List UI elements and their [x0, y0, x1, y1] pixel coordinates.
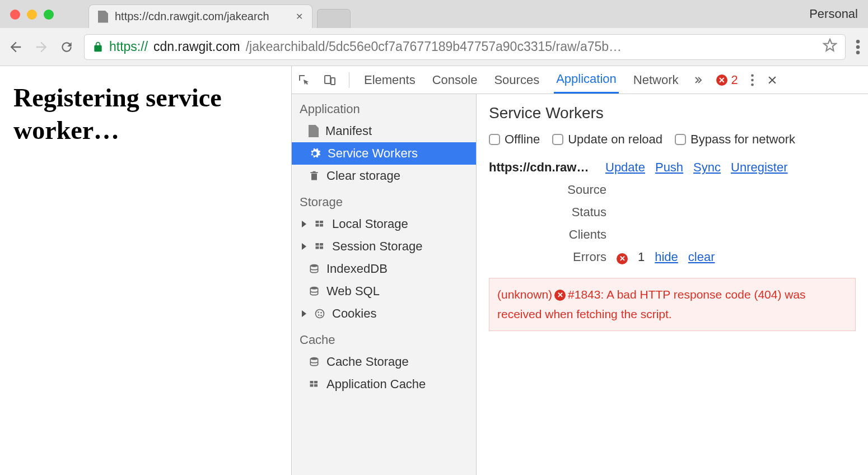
- profile-label[interactable]: Personal: [809, 7, 858, 21]
- table-icon: [314, 241, 325, 252]
- trash-icon: [309, 170, 320, 182]
- update-on-reload-checkbox[interactable]: Update on reload: [552, 132, 662, 147]
- page-icon: [98, 11, 108, 23]
- svg-point-22: [320, 315, 322, 316]
- sw-error-count: 1: [638, 250, 645, 264]
- page-heading: Registering service worker…: [13, 82, 278, 146]
- svg-point-18: [316, 310, 324, 318]
- tab-sources[interactable]: Sources: [492, 66, 542, 94]
- svg-rect-27: [314, 384, 318, 387]
- tab-close-icon[interactable]: ✕: [296, 11, 303, 22]
- svg-rect-10: [316, 224, 319, 227]
- window-close-icon[interactable]: [10, 10, 20, 20]
- sw-source-label: Source: [489, 183, 606, 197]
- tab-title: https://cdn.rawgit.com/jakearch: [115, 10, 269, 23]
- svg-point-5: [751, 74, 754, 77]
- reload-button[interactable]: [59, 40, 74, 54]
- sw-update-link[interactable]: Update: [605, 160, 645, 175]
- sidebar-item-session-storage[interactable]: Session Storage: [292, 235, 476, 258]
- sidebar-item-websql[interactable]: Web SQL: [292, 280, 476, 302]
- inspect-element-icon[interactable]: [297, 73, 311, 87]
- sidebar-item-service-workers[interactable]: Service Workers: [292, 142, 476, 165]
- browser-menu-button[interactable]: [856, 40, 860, 54]
- sidebar-item-manifest[interactable]: Manifest: [292, 120, 476, 142]
- svg-rect-24: [310, 381, 314, 384]
- gear-icon: [309, 147, 321, 160]
- bypass-for-network-checkbox[interactable]: Bypass for network: [675, 132, 795, 147]
- sidebar-item-clear-storage[interactable]: Clear storage: [292, 165, 476, 187]
- svg-rect-9: [320, 221, 323, 223]
- sw-hide-errors-link[interactable]: hide: [655, 250, 678, 264]
- svg-rect-26: [310, 384, 314, 387]
- browser-toolbar: https://cdn.rawgit.com/jakearchibald/5dc…: [0, 28, 868, 66]
- service-workers-panel: Service Workers Offline Update on reload…: [477, 94, 868, 475]
- sidebar-item-indexeddb[interactable]: IndexedDB: [292, 258, 476, 280]
- devtools-menu-icon[interactable]: [750, 74, 754, 86]
- more-tabs-icon[interactable]: [693, 74, 704, 86]
- sidebar-item-local-storage[interactable]: Local Storage: [292, 213, 476, 235]
- sw-unregister-link[interactable]: Unregister: [731, 160, 787, 175]
- table-icon: [309, 379, 320, 389]
- sw-panel-title: Service Workers: [489, 104, 856, 122]
- traffic-lights: [10, 10, 54, 20]
- sw-clients-label: Clients: [489, 227, 606, 242]
- error-badge-icon: ✕: [716, 74, 727, 86]
- sw-origin: https://cdn.rawg…: [489, 160, 595, 175]
- page-content: Registering service worker…: [0, 66, 291, 475]
- new-tab-button[interactable]: [317, 9, 351, 28]
- tab-console[interactable]: Console: [430, 66, 480, 94]
- offline-checkbox[interactable]: Offline: [489, 132, 540, 147]
- sw-error-message: (unknown)✕#1843: A bad HTTP response cod…: [489, 278, 856, 331]
- device-toggle-icon[interactable]: [323, 73, 337, 87]
- database-icon: [309, 286, 320, 297]
- svg-rect-11: [320, 224, 323, 227]
- window-maximize-icon[interactable]: [44, 10, 54, 20]
- svg-point-20: [320, 312, 322, 314]
- error-badge-icon: ✕: [617, 253, 628, 264]
- lock-icon: [92, 41, 104, 53]
- tab-elements[interactable]: Elements: [362, 66, 418, 94]
- sidebar-item-application-cache[interactable]: Application Cache: [292, 373, 476, 395]
- svg-point-0: [856, 40, 860, 44]
- forward-button[interactable]: [34, 39, 49, 55]
- sw-clear-errors-link[interactable]: clear: [688, 250, 715, 264]
- table-icon: [314, 219, 325, 229]
- url-host: cdn.rawgit.com: [153, 39, 240, 54]
- tab-network[interactable]: Network: [631, 66, 681, 94]
- svg-point-19: [318, 311, 319, 313]
- database-icon: [309, 356, 320, 367]
- expand-arrow-icon[interactable]: [302, 221, 306, 227]
- expand-arrow-icon[interactable]: [302, 310, 306, 317]
- svg-rect-25: [314, 381, 318, 384]
- svg-rect-15: [320, 246, 323, 249]
- svg-rect-3: [325, 76, 330, 83]
- expand-arrow-icon[interactable]: [302, 243, 306, 250]
- database-icon: [309, 263, 320, 274]
- sidebar-item-cookies[interactable]: Cookies: [292, 302, 476, 325]
- window-titlebar: https://cdn.rawgit.com/jakearch ✕ Person…: [0, 0, 868, 28]
- sidebar-header-cache: Cache: [292, 325, 476, 351]
- bookmark-star-icon[interactable]: [823, 38, 837, 56]
- svg-point-6: [751, 78, 754, 81]
- url-path: /jakearchibald/5dc56e0cf7a7677189b47757a…: [246, 39, 622, 54]
- svg-point-1: [856, 45, 860, 49]
- window-minimize-icon[interactable]: [27, 10, 37, 20]
- error-counter[interactable]: ✕2: [716, 73, 738, 87]
- sw-sync-link[interactable]: Sync: [693, 160, 721, 175]
- application-sidebar: Application Manifest Service Workers Cle…: [292, 94, 477, 475]
- sw-errors-label: Errors: [489, 250, 606, 264]
- svg-point-21: [318, 314, 320, 316]
- file-icon: [309, 125, 319, 137]
- sw-push-link[interactable]: Push: [655, 160, 683, 175]
- back-button[interactable]: [8, 39, 24, 55]
- browser-tab[interactable]: https://cdn.rawgit.com/jakearch ✕: [88, 4, 312, 28]
- sidebar-header-storage: Storage: [292, 187, 476, 213]
- tab-application[interactable]: Application: [554, 66, 619, 94]
- sidebar-item-cache-storage[interactable]: Cache Storage: [292, 351, 476, 373]
- svg-rect-13: [320, 243, 323, 246]
- url-scheme: https://: [109, 39, 148, 54]
- sidebar-header-application: Application: [292, 94, 476, 120]
- svg-point-7: [751, 83, 754, 86]
- address-bar[interactable]: https://cdn.rawgit.com/jakearchibald/5dc…: [84, 34, 846, 60]
- devtools-close-icon[interactable]: [767, 74, 778, 86]
